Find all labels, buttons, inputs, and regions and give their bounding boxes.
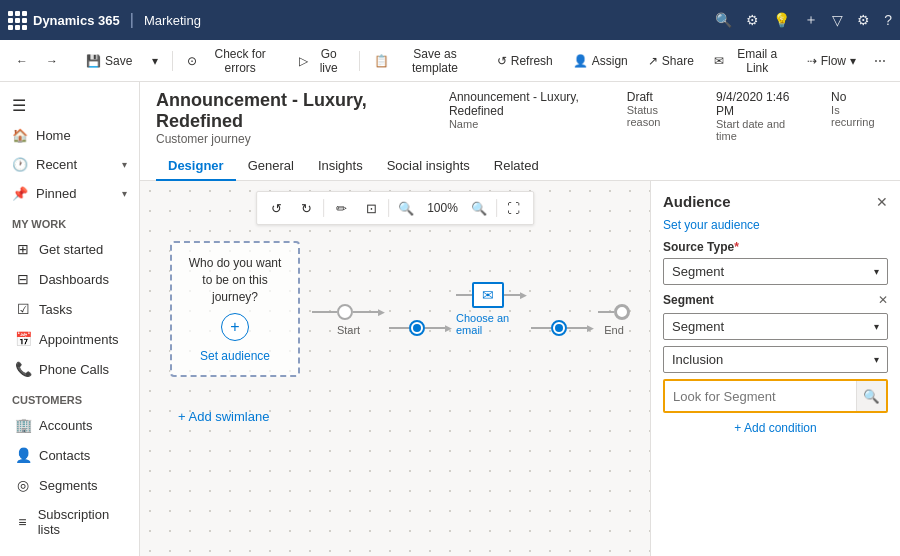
golive-icon: ▷ <box>299 54 308 68</box>
content-area: Announcement - Luxury, Redefined Custome… <box>140 82 900 556</box>
appointments-icon: 📅 <box>15 331 31 347</box>
flow-label: Flow <box>821 54 846 68</box>
grid-icon[interactable] <box>8 11 27 30</box>
gear-icon[interactable]: ⚙ <box>857 12 870 28</box>
back-button[interactable]: ← <box>8 50 36 72</box>
sidebar-item-segments[interactable]: ◎ Segments <box>0 470 139 500</box>
golive-label: Go live <box>312 47 345 75</box>
assign-button[interactable]: 👤 Assign <box>565 50 636 72</box>
flow-circle-node-2: ▶ <box>531 320 594 336</box>
sidebar-home[interactable]: 🏠 Home <box>0 121 139 150</box>
appointments-label: Appointments <box>39 332 119 347</box>
page-subtitle: Customer journey <box>156 132 449 146</box>
edit-tool[interactable]: ✏ <box>328 195 354 221</box>
topbar: Dynamics 365 | Marketing 🔍 ⚙ 💡 ＋ ▽ ⚙ ? <box>0 0 900 40</box>
audience-box[interactable]: Who do you want to be on this journey? +… <box>170 241 300 377</box>
share-button[interactable]: ↗ Share <box>640 50 702 72</box>
tab-designer[interactable]: Designer <box>156 152 236 181</box>
set-audience-link[interactable]: Set audience <box>200 349 270 363</box>
brand-separator: | <box>130 11 134 29</box>
panel-subtitle[interactable]: Set your audience <box>663 218 888 232</box>
search-icon[interactable]: 🔍 <box>715 12 732 28</box>
plus-icon[interactable]: ＋ <box>804 11 818 29</box>
sidebar-item-contacts[interactable]: 👤 Contacts <box>0 440 139 470</box>
fullscreen-tool[interactable]: ⛶ <box>501 195 527 221</box>
flow-circle-node: ▶ <box>389 320 452 336</box>
forward-button[interactable]: → <box>38 50 66 72</box>
section-my-work: My Work <box>0 208 139 234</box>
meta-name-label: Name <box>449 118 603 130</box>
tab-related[interactable]: Related <box>482 152 551 181</box>
tab-general[interactable]: General <box>236 152 306 181</box>
meta-name: Announcement - Luxury, Redefined Name <box>449 90 603 130</box>
segment-search-button[interactable]: 🔍 <box>856 381 886 411</box>
sidebar-item-dashboards[interactable]: ⊟ Dashboards <box>0 264 139 294</box>
meta-status-label: Status reason <box>627 104 692 128</box>
email-link-button[interactable]: ✉ Email a Link <box>706 43 795 79</box>
title-left: Announcement - Luxury, Redefined Custome… <box>156 90 449 146</box>
subscription-lists-label: Subscription lists <box>38 507 127 537</box>
saveastemplate-button[interactable]: 📋 Save as template <box>366 43 485 79</box>
sidebar-item-tasks[interactable]: ☑ Tasks <box>0 294 139 324</box>
add-swimlane-button[interactable]: + Add swimlane <box>170 409 630 424</box>
split-tool[interactable]: ⊡ <box>358 195 384 221</box>
source-type-label: Source Type* <box>663 240 888 254</box>
panel-header: Audience ✕ <box>663 193 888 210</box>
recent-label: Recent <box>36 157 77 172</box>
choose-email-label[interactable]: Choose an email <box>456 312 527 336</box>
inclusion-dropdown[interactable]: Inclusion ▾ <box>663 346 888 373</box>
sidebar-item-subscription-lists[interactable]: ≡ Subscription lists <box>0 500 139 544</box>
flow-start-node: ▶ Start <box>312 304 385 336</box>
contacts-label: Contacts <box>39 448 90 463</box>
flow-email-node[interactable]: ✉ ▶ Choose an email <box>456 282 527 336</box>
check-errors-button[interactable]: ⊙ Check for errors <box>179 43 287 79</box>
save-label: Save <box>105 54 132 68</box>
canvas-toolbar: ↺ ↻ ✏ ⊡ 🔍 100% 🔍 ⛶ <box>256 191 534 225</box>
add-condition-button[interactable]: + Add condition <box>663 421 888 435</box>
refresh-button[interactable]: ↺ Refresh <box>489 50 561 72</box>
inclusion-chevron-icon: ▾ <box>874 354 879 365</box>
flow-button[interactable]: ⇢ Flow ▾ <box>799 50 864 72</box>
zoom-out-tool[interactable]: 🔍 <box>393 195 419 221</box>
segment-section: Segment ✕ Segment ▾ Inclusion ▾ 🔍 <box>663 293 888 413</box>
sidebar: ☰ 🏠 Home 🕐 Recent ▾ 📌 Pinned ▾ My Work ⊞… <box>0 82 140 556</box>
panel-close-button[interactable]: ✕ <box>876 194 888 210</box>
back-icon: ← <box>16 54 28 68</box>
hamburger-icon[interactable]: ☰ <box>0 90 139 121</box>
golive-button[interactable]: ▷ Go live <box>291 43 353 79</box>
assign-label: Assign <box>592 54 628 68</box>
source-type-dropdown[interactable]: Segment ▾ <box>663 258 888 285</box>
segment-dropdown[interactable]: Segment ▾ <box>663 313 888 340</box>
saveastemplate-label: Save as template <box>393 47 477 75</box>
sidebar-recent[interactable]: 🕐 Recent ▾ <box>0 150 139 179</box>
segment-header: Segment ✕ <box>663 293 888 307</box>
tab-insights[interactable]: Insights <box>306 152 375 181</box>
filter-icon[interactable]: ▽ <box>832 12 843 28</box>
sidebar-item-accounts[interactable]: 🏢 Accounts <box>0 410 139 440</box>
phone-calls-icon: 📞 <box>15 361 31 377</box>
tab-social-insights[interactable]: Social insights <box>375 152 482 181</box>
sidebar-item-get-started[interactable]: ⊞ Get started <box>0 234 139 264</box>
sidebar-pinned[interactable]: 📌 Pinned ▾ <box>0 179 139 208</box>
sidebar-item-phone-calls[interactable]: 📞 Phone Calls <box>0 354 139 384</box>
undo-tool[interactable]: ↺ <box>263 195 289 221</box>
more-button[interactable]: ⋯ <box>868 50 892 72</box>
segment-search-input[interactable] <box>665 384 856 409</box>
segment-label: Segment <box>663 293 714 307</box>
zoom-in-tool[interactable]: 🔍 <box>466 195 492 221</box>
start-label: Start <box>337 324 360 336</box>
assign-icon: 👤 <box>573 54 588 68</box>
segment-close-button[interactable]: ✕ <box>878 293 888 307</box>
help-icon[interactable]: ? <box>884 12 892 28</box>
canvas-container[interactable]: ↺ ↻ ✏ ⊡ 🔍 100% 🔍 ⛶ <box>140 181 650 556</box>
save-button[interactable]: 💾 Save <box>78 50 140 72</box>
lightbulb-icon[interactable]: 💡 <box>773 12 790 28</box>
redo-tool[interactable]: ↻ <box>293 195 319 221</box>
sidebar-item-appointments[interactable]: 📅 Appointments <box>0 324 139 354</box>
settings-circle-icon[interactable]: ⚙ <box>746 12 759 28</box>
segment-value: Segment <box>672 319 724 334</box>
phone-calls-label: Phone Calls <box>39 362 109 377</box>
save-dropdown-button[interactable]: ▾ <box>144 50 166 72</box>
journey-content: Who do you want to be on this journey? +… <box>170 241 630 424</box>
add-audience-button[interactable]: + <box>221 313 249 341</box>
